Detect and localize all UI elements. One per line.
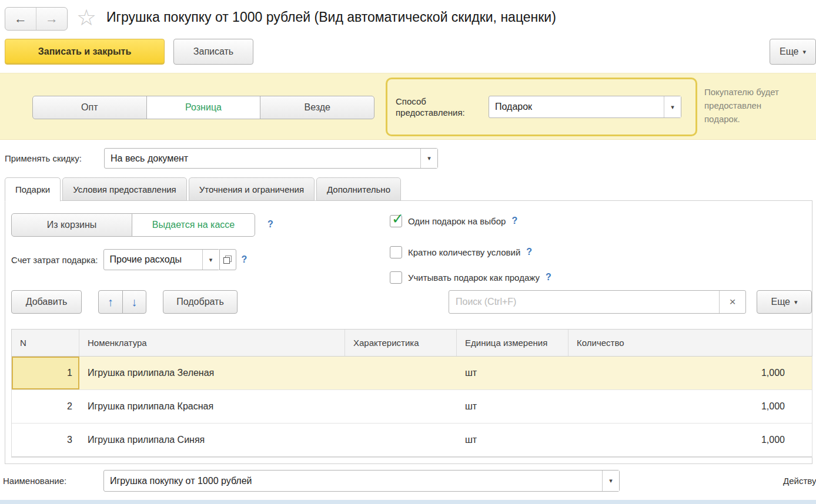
checkbox-row-multiple-of-conditions[interactable]: Кратно количеству условий ? xyxy=(390,246,532,258)
search-input[interactable] xyxy=(449,291,719,313)
apply-discount-dropdown-button[interactable]: ▾ xyxy=(420,149,437,168)
tab-dopolnitelno[interactable]: Дополнительно xyxy=(316,177,401,201)
cell-quantity[interactable]: 1,000 xyxy=(568,357,812,389)
cell-characteristic[interactable] xyxy=(345,424,457,456)
gifts-table: N Номенклатура Характеристика Единица из… xyxy=(11,329,812,458)
more-button-table[interactable]: Еще ▾ xyxy=(757,290,812,314)
table-row[interactable]: 3 Игрушка прилипала Синяя шт 1,000 xyxy=(12,424,812,457)
checkbox-multiple-of-conditions[interactable] xyxy=(390,246,402,258)
provision-method-select[interactable]: Подарок ▾ xyxy=(489,96,681,118)
tab-utochneniya-i-ogranicheniya[interactable]: Уточнения и ограничения xyxy=(189,177,315,201)
provision-method-dropdown-button[interactable]: ▾ xyxy=(664,96,681,117)
segment-roznitsa[interactable]: Розница xyxy=(146,96,261,119)
checkbox-count-gift-as-sale-label: Учитывать подарок как продажу xyxy=(408,273,540,283)
cost-account-label: Счет затрат подарка: xyxy=(11,255,98,265)
cell-n[interactable]: 2 xyxy=(12,390,79,423)
pick-items-button[interactable]: Подобрать xyxy=(163,290,238,314)
checkbox-count-gift-as-sale-help-icon[interactable]: ? xyxy=(546,272,551,283)
provision-method-value: Подарок xyxy=(489,96,664,117)
provision-info-line: предоставлен xyxy=(704,99,816,112)
scope-panel: Опт Розница Везде Способ предоставления:… xyxy=(0,73,816,140)
history-nav-group: ← → xyxy=(5,7,68,31)
chevron-down-icon: ▾ xyxy=(803,49,807,55)
cost-account-open-button[interactable] xyxy=(219,249,236,270)
validity-label: Действует xyxy=(783,476,816,486)
checkbox-one-gift[interactable]: ✓ xyxy=(390,215,402,227)
name-dropdown-button[interactable]: ▾ xyxy=(602,471,619,491)
cell-quantity[interactable]: 1,000 xyxy=(568,390,812,423)
forward-button[interactable]: → xyxy=(36,8,67,30)
checkbox-count-gift-as-sale[interactable] xyxy=(390,271,402,284)
save-button[interactable]: Записать xyxy=(173,39,253,65)
column-header-characteristic[interactable]: Характеристика xyxy=(345,330,457,356)
cost-account-dropdown-button[interactable]: ▾ xyxy=(202,250,219,270)
tab-bar: Подарки Условия предоставления Уточнения… xyxy=(5,177,403,201)
chevron-down-icon: ▾ xyxy=(794,299,798,305)
cell-nomenclature[interactable]: Игрушка прилипала Зеленая xyxy=(79,357,345,389)
tab-usloviya-predostavleniya[interactable]: Условия предоставления xyxy=(62,177,187,201)
checkbox-row-one-gift[interactable]: ✓ Один подарок на выбор ? xyxy=(390,214,517,227)
column-header-n[interactable]: N xyxy=(12,330,79,356)
cell-unit[interactable]: шт xyxy=(457,390,568,423)
table-row[interactable]: 1 Игрушка прилипала Зеленая шт 1,000 xyxy=(12,357,812,390)
save-and-close-button[interactable]: Записать и закрыть xyxy=(5,39,165,65)
add-row-button[interactable]: Добавить xyxy=(11,290,82,314)
apply-discount-select[interactable]: На весь документ ▾ xyxy=(104,148,438,169)
favorite-star-icon[interactable]: ☆ xyxy=(76,5,96,31)
cost-account-select[interactable]: Прочие расходы ▾ xyxy=(103,249,220,270)
cell-characteristic[interactable] xyxy=(345,390,457,423)
cell-quantity[interactable]: 1,000 xyxy=(568,424,812,456)
clear-icon: × xyxy=(729,295,735,308)
provision-method-group: Способ предоставления: Подарок ▾ xyxy=(386,78,697,136)
table-row[interactable]: 2 Игрушка прилипала Красная шт 1,000 xyxy=(12,390,812,424)
cell-nomenclature[interactable]: Игрушка прилипала Синяя xyxy=(79,424,345,456)
chevron-down-icon: ▾ xyxy=(671,104,674,110)
column-header-unit[interactable]: Единица измерения xyxy=(457,330,568,356)
segment-iz-korziny[interactable]: Из корзины xyxy=(11,213,132,237)
gift-source-help-icon[interactable]: ? xyxy=(267,219,273,230)
provision-info-line: Покупателю будет xyxy=(704,85,816,99)
more-button-label: Еще xyxy=(780,46,799,57)
cell-characteristic[interactable] xyxy=(345,357,457,389)
checkmark-icon: ✓ xyxy=(392,211,404,226)
back-button[interactable]: ← xyxy=(5,8,36,30)
forward-arrow-icon: → xyxy=(45,11,58,26)
column-header-nomenclature[interactable]: Номенклатура xyxy=(79,330,345,356)
name-field-group: ▾ xyxy=(103,470,620,492)
checkbox-multiple-of-conditions-label: Кратно количеству условий xyxy=(408,247,520,257)
chevron-down-icon: ▾ xyxy=(427,155,431,162)
move-down-button[interactable]: ↓ xyxy=(122,290,147,314)
column-header-quantity[interactable]: Количество xyxy=(568,330,812,356)
bottom-divider xyxy=(0,500,816,504)
checkbox-one-gift-help-icon[interactable]: ? xyxy=(511,216,517,226)
cell-n[interactable]: 1 xyxy=(12,357,79,389)
more-button-top[interactable]: Еще ▾ xyxy=(770,39,816,65)
provision-method-label: Способ предоставления: xyxy=(396,96,483,118)
back-arrow-icon: ← xyxy=(14,11,27,26)
chevron-down-icon: ▾ xyxy=(609,478,613,484)
name-field-label: Наименование: xyxy=(3,476,66,486)
checkbox-one-gift-label: Один подарок на выбор xyxy=(408,216,506,226)
tab-podarki[interactable]: Подарки xyxy=(5,177,61,201)
gift-source-segmented-control: Из корзины Выдается на кассе xyxy=(11,213,255,237)
gifts-tab-panel: Из корзины Выдается на кассе ? ✓ Один по… xyxy=(5,200,812,464)
search-field-group: × xyxy=(449,290,746,314)
segment-vydaetsya-na-kasse[interactable]: Выдается на кассе xyxy=(132,213,255,237)
cell-unit[interactable]: шт xyxy=(457,424,568,456)
checkbox-row-count-gift-as-sale[interactable]: Учитывать подарок как продажу ? xyxy=(390,271,551,284)
checkbox-multiple-of-conditions-help-icon[interactable]: ? xyxy=(526,247,532,257)
down-arrow-icon: ↓ xyxy=(131,295,137,309)
segment-opt[interactable]: Опт xyxy=(32,96,147,119)
table-header-row: N Номенклатура Характеристика Единица из… xyxy=(11,329,812,357)
cost-account-row: Счет затрат подарка: Прочие расходы ▾ ? xyxy=(11,249,247,270)
segment-vezde[interactable]: Везде xyxy=(260,96,374,119)
cell-nomenclature[interactable]: Игрушка прилипала Красная xyxy=(79,390,345,423)
move-up-button[interactable]: ↑ xyxy=(98,290,123,314)
clear-search-button[interactable]: × xyxy=(719,291,745,313)
name-input[interactable] xyxy=(104,471,602,491)
scope-segmented-control: Опт Розница Везде xyxy=(32,96,374,119)
cost-account-help-icon[interactable]: ? xyxy=(242,254,248,265)
cell-unit[interactable]: шт xyxy=(457,357,568,389)
cell-n[interactable]: 3 xyxy=(12,424,79,456)
apply-discount-label: Применять скидку: xyxy=(5,153,82,163)
